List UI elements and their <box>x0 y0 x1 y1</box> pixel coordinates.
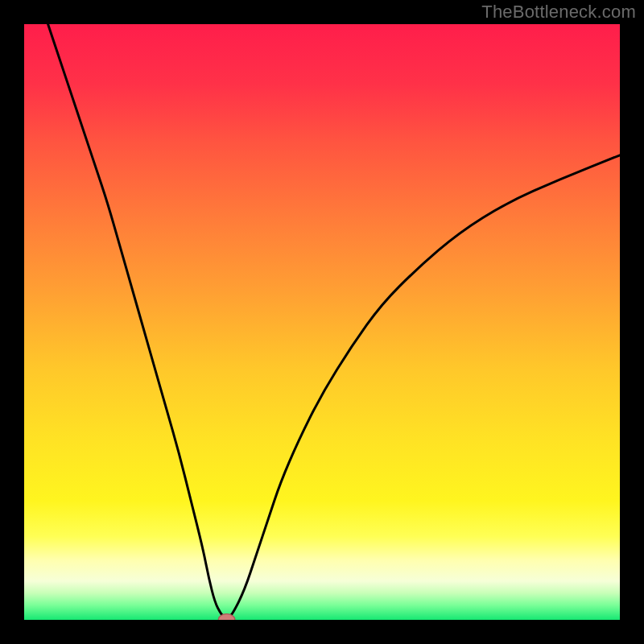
bottleneck-plot <box>24 24 620 620</box>
watermark-text: TheBottleneck.com <box>481 2 636 23</box>
gradient-background <box>24 24 620 620</box>
chart-frame: TheBottleneck.com <box>0 0 644 644</box>
